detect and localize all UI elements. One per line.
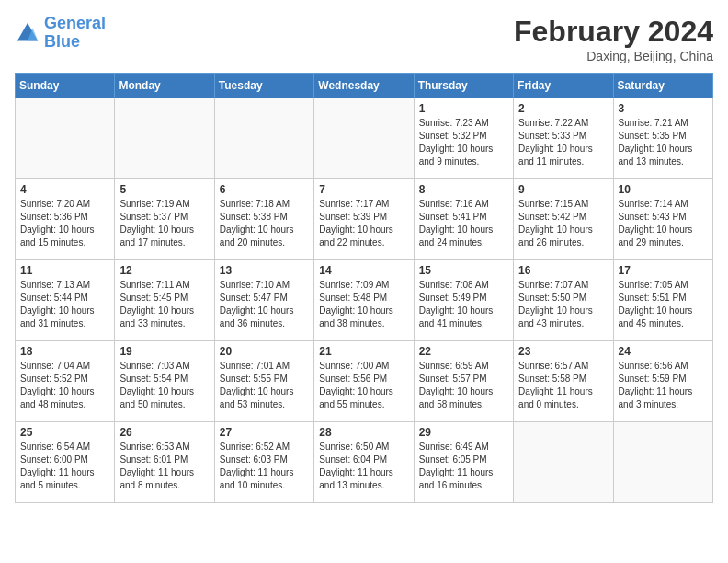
day-number: 4 <box>20 183 109 196</box>
day-number: 29 <box>419 426 508 439</box>
logo-general: General <box>44 14 106 32</box>
day-info: Sunrise: 7:16 AM Sunset: 5:41 PM Dayligh… <box>419 198 508 249</box>
logo-blue: Blue <box>44 32 80 51</box>
calendar-cell: 11Sunrise: 7:13 AM Sunset: 5:44 PM Dayli… <box>16 260 115 341</box>
weekday-header-sunday: Sunday <box>16 74 115 98</box>
calendar-cell: 14Sunrise: 7:09 AM Sunset: 5:48 PM Dayli… <box>314 260 414 341</box>
day-info: Sunrise: 7:07 AM Sunset: 5:50 PM Dayligh… <box>518 279 608 330</box>
calendar-cell: 10Sunrise: 7:14 AM Sunset: 5:43 PM Dayli… <box>613 179 712 260</box>
calendar-cell: 8Sunrise: 7:16 AM Sunset: 5:41 PM Daylig… <box>414 179 513 260</box>
calendar-cell: 18Sunrise: 7:04 AM Sunset: 5:52 PM Dayli… <box>16 341 115 422</box>
day-info: Sunrise: 7:20 AM Sunset: 5:36 PM Dayligh… <box>20 198 109 249</box>
calendar-cell <box>314 98 414 179</box>
weekday-header-tuesday: Tuesday <box>214 74 313 98</box>
day-number: 27 <box>220 426 309 439</box>
day-info: Sunrise: 7:09 AM Sunset: 5:48 PM Dayligh… <box>319 279 408 330</box>
calendar-cell <box>16 98 115 179</box>
day-number: 15 <box>419 264 508 277</box>
day-info: Sunrise: 7:08 AM Sunset: 5:49 PM Dayligh… <box>419 279 508 330</box>
day-info: Sunrise: 7:11 AM Sunset: 5:45 PM Dayligh… <box>119 279 209 330</box>
calendar-cell <box>214 98 313 179</box>
day-number: 11 <box>20 264 109 277</box>
calendar-cell: 22Sunrise: 6:59 AM Sunset: 5:57 PM Dayli… <box>414 341 513 422</box>
calendar-cell: 20Sunrise: 7:01 AM Sunset: 5:55 PM Dayli… <box>214 341 313 422</box>
day-number: 6 <box>220 183 309 196</box>
month-title: February 2024 <box>514 15 713 49</box>
day-info: Sunrise: 7:19 AM Sunset: 5:37 PM Dayligh… <box>119 198 209 249</box>
calendar-cell <box>514 422 613 503</box>
title-area: February 2024 Daxing, Beijing, China <box>514 15 713 63</box>
day-info: Sunrise: 7:03 AM Sunset: 5:54 PM Dayligh… <box>119 360 209 411</box>
day-info: Sunrise: 6:49 AM Sunset: 6:05 PM Dayligh… <box>419 441 508 492</box>
calendar-week-1: 1Sunrise: 7:23 AM Sunset: 5:32 PM Daylig… <box>16 98 713 179</box>
calendar-cell: 29Sunrise: 6:49 AM Sunset: 6:05 PM Dayli… <box>414 422 513 503</box>
day-number: 12 <box>119 264 209 277</box>
page-header: General Blue February 2024 Daxing, Beiji… <box>15 15 713 63</box>
calendar-cell: 28Sunrise: 6:50 AM Sunset: 6:04 PM Dayli… <box>314 422 414 503</box>
day-info: Sunrise: 7:05 AM Sunset: 5:51 PM Dayligh… <box>619 279 708 330</box>
calendar-cell: 16Sunrise: 7:07 AM Sunset: 5:50 PM Dayli… <box>514 260 613 341</box>
calendar-cell: 5Sunrise: 7:19 AM Sunset: 5:37 PM Daylig… <box>115 179 214 260</box>
day-number: 26 <box>119 426 209 439</box>
calendar-cell: 24Sunrise: 6:56 AM Sunset: 5:59 PM Dayli… <box>613 341 712 422</box>
day-info: Sunrise: 7:23 AM Sunset: 5:32 PM Dayligh… <box>419 117 508 168</box>
calendar-cell: 6Sunrise: 7:18 AM Sunset: 5:38 PM Daylig… <box>214 179 313 260</box>
day-info: Sunrise: 6:52 AM Sunset: 6:03 PM Dayligh… <box>220 441 309 492</box>
day-number: 16 <box>518 264 608 277</box>
calendar-table: SundayMondayTuesdayWednesdayThursdayFrid… <box>15 73 713 503</box>
calendar-cell: 25Sunrise: 6:54 AM Sunset: 6:00 PM Dayli… <box>16 422 115 503</box>
day-number: 9 <box>518 183 608 196</box>
weekday-header-thursday: Thursday <box>414 74 513 98</box>
day-number: 1 <box>419 102 508 115</box>
day-info: Sunrise: 7:04 AM Sunset: 5:52 PM Dayligh… <box>20 360 109 411</box>
day-info: Sunrise: 7:14 AM Sunset: 5:43 PM Dayligh… <box>619 198 708 249</box>
day-number: 28 <box>319 426 408 439</box>
day-number: 3 <box>619 102 708 115</box>
calendar-cell: 26Sunrise: 6:53 AM Sunset: 6:01 PM Dayli… <box>115 422 214 503</box>
calendar-cell <box>613 422 712 503</box>
day-info: Sunrise: 6:54 AM Sunset: 6:00 PM Dayligh… <box>20 441 109 492</box>
day-number: 8 <box>419 183 508 196</box>
calendar-cell: 23Sunrise: 6:57 AM Sunset: 5:58 PM Dayli… <box>514 341 613 422</box>
day-info: Sunrise: 7:00 AM Sunset: 5:56 PM Dayligh… <box>319 360 408 411</box>
day-info: Sunrise: 7:01 AM Sunset: 5:55 PM Dayligh… <box>220 360 309 411</box>
calendar-cell: 15Sunrise: 7:08 AM Sunset: 5:49 PM Dayli… <box>414 260 513 341</box>
day-number: 10 <box>619 183 708 196</box>
day-number: 14 <box>319 264 408 277</box>
day-info: Sunrise: 6:56 AM Sunset: 5:59 PM Dayligh… <box>619 360 708 411</box>
calendar-cell: 12Sunrise: 7:11 AM Sunset: 5:45 PM Dayli… <box>115 260 214 341</box>
day-number: 17 <box>619 264 708 277</box>
calendar-cell: 17Sunrise: 7:05 AM Sunset: 5:51 PM Dayli… <box>613 260 712 341</box>
day-number: 13 <box>220 264 309 277</box>
day-number: 20 <box>220 345 309 358</box>
calendar-cell: 19Sunrise: 7:03 AM Sunset: 5:54 PM Dayli… <box>115 341 214 422</box>
calendar-cell: 13Sunrise: 7:10 AM Sunset: 5:47 PM Dayli… <box>214 260 313 341</box>
day-number: 18 <box>20 345 109 358</box>
day-number: 19 <box>119 345 209 358</box>
calendar-week-5: 25Sunrise: 6:54 AM Sunset: 6:00 PM Dayli… <box>16 422 713 503</box>
day-info: Sunrise: 7:15 AM Sunset: 5:42 PM Dayligh… <box>518 198 608 249</box>
logo-icon <box>15 20 40 46</box>
day-number: 5 <box>119 183 209 196</box>
day-info: Sunrise: 7:18 AM Sunset: 5:38 PM Dayligh… <box>220 198 309 249</box>
day-number: 23 <box>518 345 608 358</box>
weekday-header-saturday: Saturday <box>613 74 712 98</box>
calendar-cell: 7Sunrise: 7:17 AM Sunset: 5:39 PM Daylig… <box>314 179 414 260</box>
day-number: 2 <box>518 102 608 115</box>
day-info: Sunrise: 6:57 AM Sunset: 5:58 PM Dayligh… <box>518 360 608 411</box>
calendar-cell: 21Sunrise: 7:00 AM Sunset: 5:56 PM Dayli… <box>314 341 414 422</box>
day-number: 7 <box>319 183 408 196</box>
logo: General Blue <box>15 15 106 52</box>
location-subtitle: Daxing, Beijing, China <box>514 49 713 63</box>
calendar-cell: 2Sunrise: 7:22 AM Sunset: 5:33 PM Daylig… <box>514 98 613 179</box>
day-number: 21 <box>319 345 408 358</box>
calendar-week-2: 4Sunrise: 7:20 AM Sunset: 5:36 PM Daylig… <box>16 179 713 260</box>
day-number: 25 <box>20 426 109 439</box>
day-number: 22 <box>419 345 508 358</box>
calendar-cell <box>115 98 214 179</box>
day-info: Sunrise: 7:13 AM Sunset: 5:44 PM Dayligh… <box>20 279 109 330</box>
day-info: Sunrise: 6:59 AM Sunset: 5:57 PM Dayligh… <box>419 360 508 411</box>
day-info: Sunrise: 6:50 AM Sunset: 6:04 PM Dayligh… <box>319 441 408 492</box>
day-info: Sunrise: 6:53 AM Sunset: 6:01 PM Dayligh… <box>119 441 209 492</box>
day-info: Sunrise: 7:17 AM Sunset: 5:39 PM Dayligh… <box>319 198 408 249</box>
